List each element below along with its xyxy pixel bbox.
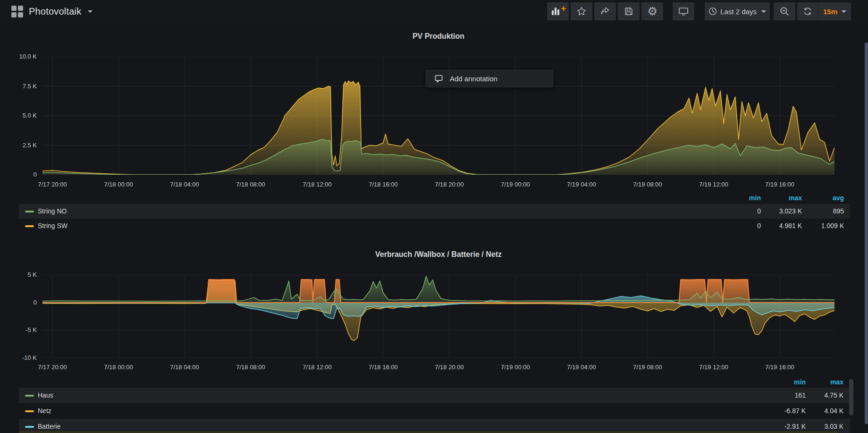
x-axis-tick-label: 7/19 16:00 — [756, 364, 803, 371]
x-axis-tick-label: 7/18 16:00 — [360, 364, 407, 371]
y-axis-tick-label: -10 K — [0, 354, 37, 361]
refresh-icon — [803, 7, 812, 16]
chevron-down-icon[interactable] — [88, 10, 93, 13]
legend-row-haus: Haus1614.75 K — [19, 388, 850, 403]
series-color-dash — [25, 211, 34, 212]
grafana-dashboard: Photovoltaik + — [0, 0, 868, 433]
x-axis-tick-label: 7/18 08:00 — [227, 181, 274, 188]
x-axis-tick-label: 7/19 00:00 — [492, 181, 539, 188]
zoom-out-button[interactable] — [774, 2, 795, 20]
legend-series-name[interactable]: Haus — [38, 388, 53, 403]
share-button[interactable] — [594, 2, 616, 20]
save-icon — [624, 6, 634, 17]
x-axis-tick-label: 7/19 12:00 — [690, 364, 737, 371]
legend-series-name[interactable]: String SW — [38, 219, 67, 233]
legend-column-avg[interactable]: avg — [792, 194, 844, 202]
tv-icon — [678, 6, 689, 17]
series-color-dash — [25, 395, 34, 397]
add-annotation-popup[interactable]: Add annotation — [426, 70, 553, 87]
legend-scrollbar[interactable] — [849, 379, 853, 416]
settings-button[interactable]: ⚙ — [641, 2, 663, 20]
tv-button[interactable] — [673, 2, 694, 20]
legend-row-string-no: String NO03.023 K895 — [19, 204, 850, 219]
x-axis-tick-label: 7/17 20:00 — [29, 181, 76, 188]
refresh-button[interactable] — [797, 2, 818, 20]
legend-series-name[interactable]: Netz — [38, 403, 51, 419]
star-button[interactable] — [571, 2, 592, 20]
navbar-left: Photovoltaik — [0, 6, 93, 17]
time-range-button[interactable]: Last 2 days — [705, 2, 770, 20]
legend-row-string-sw: String SW04.981 K1.009 K — [19, 219, 850, 233]
x-axis-tick-label: 7/18 08:00 — [227, 364, 274, 371]
x-axis-tick-label: 7/19 04:00 — [558, 181, 605, 188]
chevron-down-icon — [842, 10, 846, 13]
x-axis-tick-label: 7/18 20:00 — [426, 181, 473, 188]
legend-value-max: 4.75 K — [792, 388, 843, 403]
refresh-interval-dropdown[interactable]: 15m — [818, 2, 851, 20]
navbar: Photovoltaik + — [0, 0, 868, 23]
x-axis-tick-label: 7/17 20:00 — [29, 364, 76, 371]
legend-column-max[interactable]: max — [792, 378, 843, 386]
y-axis-tick-label: 10.0 K — [0, 53, 37, 60]
series-color-dash — [25, 410, 34, 412]
page-scrollbar[interactable] — [865, 42, 868, 424]
add-annotation-label: Add annotation — [450, 75, 497, 83]
panel-title-pv-produktion[interactable]: PV Produktion — [42, 32, 834, 41]
x-axis-tick-label: 7/19 08:00 — [624, 181, 671, 188]
dashboards-grid-icon[interactable] — [11, 6, 23, 17]
legend-row-netz: Netz-6.87 K4.04 K — [19, 403, 850, 419]
series-color-dash — [25, 426, 34, 428]
refresh-interval-label: 15m — [823, 8, 837, 16]
clock-icon — [708, 7, 717, 16]
x-axis-tick-label: 7/18 20:00 — [426, 364, 473, 371]
panel-title-verbrauch[interactable]: Verbrauch /Wallbox / Batterie / Netz — [42, 250, 834, 259]
legend-value-max: 4.04 K — [792, 403, 843, 419]
next-panel-edge — [19, 431, 838, 433]
refresh-button-group: 15m — [797, 2, 851, 20]
x-axis-tick-label: 7/19 04:00 — [558, 364, 605, 371]
add-panel-icon: + — [552, 8, 564, 15]
legend-1: minmaxHaus1614.75 KNetz-6.87 K4.04 KBatt… — [19, 378, 850, 433]
x-axis-tick-label: 7/19 00:00 — [492, 364, 539, 371]
share-icon — [600, 6, 610, 17]
time-range-label: Last 2 days — [720, 8, 757, 16]
x-axis-tick-label: 7/18 00:00 — [95, 364, 142, 371]
series-color-dash — [25, 225, 34, 227]
x-axis-tick-label: 7/18 12:00 — [294, 181, 341, 188]
comment-bubble-icon — [434, 74, 443, 83]
add-panel-button[interactable]: + — [547, 2, 569, 20]
navbar-right: + ⚙ — [545, 2, 868, 20]
x-axis-tick-label: 7/18 04:00 — [161, 364, 208, 371]
chart-plot-1[interactable] — [42, 275, 834, 358]
dashboard-title[interactable]: Photovoltaik — [29, 6, 81, 17]
y-axis-tick-label: 2.5 K — [0, 142, 37, 149]
y-axis-tick-label: 0 — [0, 299, 37, 306]
zoom-out-icon — [779, 6, 790, 17]
star-icon — [576, 6, 587, 17]
legend-value-avg: 895 — [792, 204, 844, 219]
gear-icon: ⚙ — [647, 6, 657, 17]
y-axis-tick-label: 0 — [0, 171, 37, 178]
y-axis-tick-label: 7.5 K — [0, 83, 37, 90]
legend-series-name[interactable]: String NO — [38, 204, 67, 219]
legend-0: minmaxavgString NO03.023 K895String SW04… — [19, 194, 850, 233]
x-axis-tick-label: 7/19 08:00 — [624, 364, 671, 371]
chevron-down-icon — [761, 10, 766, 13]
x-axis-tick-label: 7/18 00:00 — [95, 181, 142, 188]
x-axis-tick-label: 7/18 12:00 — [294, 364, 341, 371]
legend-value-avg: 1.009 K — [792, 219, 844, 233]
x-axis-tick-label: 7/19 12:00 — [690, 181, 737, 188]
legend-header: minmax — [19, 378, 850, 387]
y-axis-tick-label: 5.0 K — [0, 112, 37, 119]
x-axis-tick-label: 7/19 16:00 — [756, 181, 803, 188]
x-axis-tick-label: 7/18 16:00 — [360, 181, 407, 188]
save-button[interactable] — [618, 2, 640, 20]
y-axis-tick-label: 5 K — [0, 271, 37, 278]
legend-header: minmaxavg — [19, 194, 850, 203]
x-axis-tick-label: 7/18 04:00 — [161, 181, 208, 188]
y-axis-tick-label: -5 K — [0, 326, 37, 333]
